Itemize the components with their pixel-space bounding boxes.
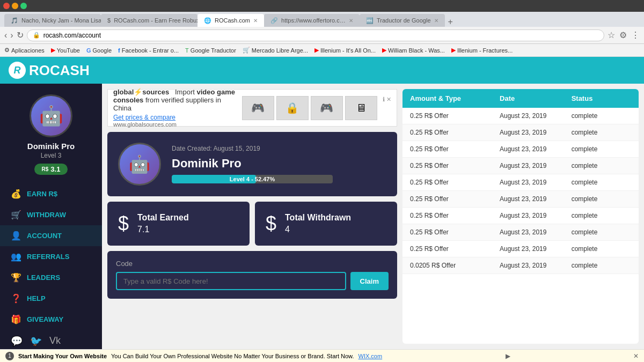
ad-link[interactable]: Get prices & compare [113, 113, 237, 121]
nav-help[interactable]: ❓ HELP [0, 288, 102, 309]
table-row: 0.25 R$ Offer August 23, 2019 complete [402, 241, 639, 257]
cell-date: August 23, 2019 [500, 162, 572, 169]
main-layout: 🤖 Dominik Pro Level 3 R$ 3.1 💰 EARN R$ 🛒… [0, 84, 644, 349]
withdrawn-info: Total Withdrawn 4 [285, 213, 351, 234]
cell-status: complete [572, 195, 631, 203]
bookmark-illenium1[interactable]: ▶ Illenium - It's All On... [314, 47, 376, 54]
bookmark-youtube[interactable]: ▶ YouTube [51, 47, 80, 54]
close-btn[interactable] [3, 3, 10, 9]
nav-withdraw-label: WITHDRAW [27, 211, 66, 219]
stat-withdrawn-card: $ Total Withdrawn 4 [255, 202, 397, 246]
nav-giveaway[interactable]: 🎁 GIVEAWAY [0, 309, 102, 330]
nav-account[interactable]: 👤 ACCOUNT [0, 225, 102, 246]
tab-2[interactable]: 🌐 ROCash.com ✕ [197, 14, 264, 27]
maximize-btn[interactable] [20, 3, 27, 9]
tab-1[interactable]: $ ROCash.com - Earn Free Robux ✕ [101, 14, 197, 27]
profile-info: Date Created: August 15, 2019 Dominik Pr… [172, 145, 386, 183]
sidebar-social: 💬 🐦 Vk [0, 330, 102, 349]
discord-icon[interactable]: 💬 [11, 335, 23, 347]
cell-status: complete [572, 162, 631, 169]
sidebar-balance: R$ 3.1 [34, 164, 68, 175]
facebook-icon: f [118, 47, 120, 54]
content-right: Amount & Type Date Status 0.25 R$ Offer … [402, 89, 639, 344]
youtube-icon: ▶ [51, 47, 55, 54]
header-date: Date [500, 94, 572, 102]
content-left: global⚡sources Import video game console… [107, 89, 397, 344]
url-bar[interactable]: 🔒 rocash.com/account [27, 29, 604, 41]
nav-referrals-label: REFERRALS [27, 253, 69, 261]
nav-icons: ☆ ⚙ ⋮ [608, 30, 640, 40]
sidebar-navigation: 💰 EARN R$ 🛒 WITHDRAW 👤 ACCOUNT 👥 REFERRA… [0, 183, 102, 330]
profile-created: Date Created: August 15, 2019 [172, 145, 386, 152]
bookmark-star-icon[interactable]: ☆ [608, 30, 615, 40]
ad-image-3: 🎮 [311, 96, 343, 120]
table-row: 0.25 R$ Offer August 23, 2019 complete [402, 108, 639, 124]
extensions-icon[interactable]: ⚙ [619, 30, 627, 40]
cell-date: August 23, 2019 [500, 145, 572, 153]
william-black-icon: ▶ [382, 47, 386, 54]
cell-date: August 23, 2019 [500, 195, 572, 203]
table-row: 0.25 R$ Offer August 23, 2019 complete [402, 141, 639, 158]
notif-title: Start Making Your Own Website [18, 353, 107, 359]
giveaway-icon: 🎁 [11, 314, 21, 324]
menu-icon[interactable]: ⋮ [631, 30, 640, 40]
ad-brand: global⚡sources [113, 88, 169, 96]
minimize-btn[interactable] [12, 3, 18, 9]
tab-label-1: ROCash.com - Earn Free Robux [114, 17, 197, 24]
bookmark-mercadolibre[interactable]: 🛒 Mercado Libre Arge... [243, 47, 308, 54]
cell-amount: 0.25 R$ Offer [410, 195, 500, 203]
tab-close-2[interactable]: ✕ [253, 18, 258, 24]
profile-name: Dominik Pro [172, 157, 386, 171]
notif-url[interactable]: WIX.com [358, 353, 383, 359]
new-tab-button[interactable]: + [445, 17, 456, 27]
sidebar-level: Level 3 [41, 152, 62, 159]
withdrawn-value: 4 [285, 225, 351, 234]
tab-label-3: https://www.offertoro.com/ifr/s... [281, 17, 346, 24]
ad-image-4: 🖥 [345, 96, 377, 120]
reload-button[interactable]: ↻ [17, 30, 24, 40]
stat-earned-card: $ Total Earned 7.1 [107, 202, 250, 246]
logo-circle: R [9, 62, 26, 79]
tab-favicon-4: 🔤 [366, 17, 374, 24]
bookmark-google-translate[interactable]: T Google Traductor [185, 47, 236, 54]
notif-dismiss-icon[interactable]: ✕ [633, 352, 639, 360]
nav-withdraw[interactable]: 🛒 WITHDRAW [0, 204, 102, 225]
nav-help-label: HELP [27, 294, 46, 302]
site-header: R ROCASH [0, 57, 644, 84]
tab-favicon-2: 🌐 [204, 17, 211, 24]
forward-button[interactable]: › [10, 31, 13, 40]
tab-3[interactable]: 🔗 https://www.offertoro.com/ifr/s... ✕ [264, 14, 360, 27]
notif-close-btn[interactable]: ▶ [506, 352, 510, 360]
vk-icon[interactable]: Vk [49, 335, 61, 347]
nav-account-label: ACCOUNT [27, 232, 62, 240]
account-icon: 👤 [11, 231, 21, 241]
cell-amount: 0.25 R$ Offer [410, 212, 500, 219]
twitter-icon[interactable]: 🐦 [30, 335, 42, 347]
table-header: Amount & Type Date Status [402, 89, 639, 108]
tab-close-3[interactable]: ✕ [349, 18, 353, 24]
ad-image-1: 🎮 [242, 96, 274, 120]
balance-value: 3.1 [50, 165, 60, 173]
level-bar-container: Level 4 - 52.47% [172, 175, 386, 183]
bookmark-google[interactable]: G Google [86, 47, 112, 54]
bookmark-illenium2[interactable]: ▶ Illenium - Fractures... [451, 47, 513, 54]
bookmark-facebook[interactable]: f Facebook - Entrar o... [118, 47, 179, 54]
bookmark-aplicaciones[interactable]: ⚙ Aplicaciones [4, 47, 45, 54]
cell-date: August 23, 2019 [500, 179, 572, 186]
cell-amount: 0.25 R$ Offer [410, 129, 500, 136]
code-input[interactable] [116, 272, 346, 290]
back-button[interactable]: ‹ [4, 31, 7, 40]
ad-images: 🎮 🔒 🎮 🖥 [242, 96, 377, 120]
nav-earn[interactable]: 💰 EARN R$ [0, 183, 102, 204]
nav-leaders[interactable]: 🏆 LEADERS [0, 267, 102, 288]
claim-button[interactable]: Claim [350, 272, 389, 290]
tab-close-4[interactable]: ✕ [434, 18, 438, 24]
tab-0[interactable]: 🎵 Nacho, Nicky Jam - Mona Lisa - ✕ [4, 14, 101, 27]
earned-info: Total Earned 7.1 [137, 213, 189, 234]
bookmark-william-black[interactable]: ▶ William Black - Was... [382, 47, 445, 54]
tab-4[interactable]: 🔤 Traductor de Google ✕ [360, 14, 444, 27]
nav-referrals[interactable]: 👥 REFERRALS [0, 246, 102, 267]
cell-amount: 0.25 R$ Offer [410, 162, 500, 169]
code-input-row: Claim [116, 272, 389, 290]
cell-date: August 23, 2019 [500, 262, 572, 269]
